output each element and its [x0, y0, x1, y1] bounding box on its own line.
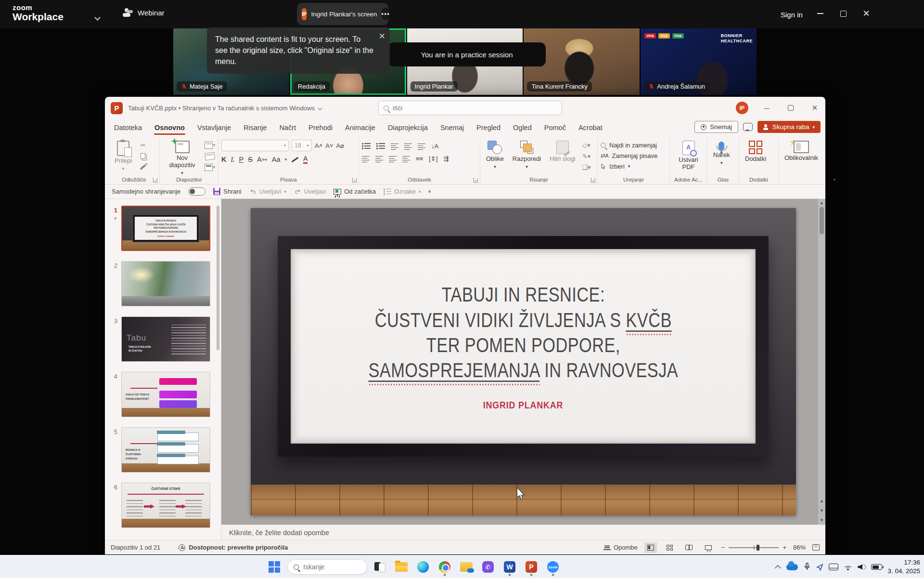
shrink-font-button[interactable]: A˅: [325, 142, 333, 149]
customize-qat-icon[interactable]: ▾̄: [428, 189, 431, 194]
chrome-button[interactable]: [436, 556, 454, 578]
ppt-restore-button[interactable]: [785, 104, 796, 112]
zoom-app-button[interactable]: zoom: [544, 556, 562, 578]
bullets-button[interactable]: [362, 143, 371, 149]
grow-font-button[interactable]: A˄: [315, 142, 322, 149]
font-color-button[interactable]: A: [303, 155, 308, 164]
zoom-close-button[interactable]: ✕: [860, 7, 873, 20]
redo-button[interactable]: Uveljavi: [294, 188, 326, 195]
tab-datoteka[interactable]: Datoteka: [108, 120, 148, 135]
taskbar-search-input[interactable]: [303, 563, 361, 571]
reading-view-button[interactable]: [683, 542, 695, 553]
task-view-button[interactable]: [371, 556, 389, 578]
touchpad-tray-icon[interactable]: [829, 564, 838, 570]
change-case-button[interactable]: Aa: [272, 156, 281, 163]
scroll-up-icon[interactable]: ▲: [820, 200, 824, 205]
columns-button[interactable]: ≡≡: [416, 155, 423, 162]
thumbnail-slide-3[interactable]: 3 Tabu TABUJI O BOLEZNI IN ČUSTVIH: [110, 316, 210, 362]
zoom-slider[interactable]: [729, 547, 779, 548]
clipboard-dialog-launcher-icon[interactable]: [153, 178, 158, 183]
slide-layout-button[interactable]: ▾: [205, 141, 215, 149]
thumbnail-slide-4[interactable]: 4 ZAKAJ SO TABUJI PROBLEMATIČNI?: [110, 372, 210, 417]
word-button[interactable]: W: [500, 556, 519, 578]
search-input[interactable]: [393, 105, 557, 112]
previous-slide-button[interactable]: ▲: [820, 499, 824, 503]
underline-button[interactable]: P: [239, 156, 244, 163]
addins-button[interactable]: Dodatki: [742, 140, 769, 164]
record-button[interactable]: Snemaj: [694, 121, 738, 133]
undo-button[interactable]: Uveljavi▾: [249, 188, 286, 195]
shapes-button[interactable]: Oblike▾: [483, 140, 507, 170]
normal-view-button[interactable]: [644, 542, 657, 553]
paragraph-dialog-launcher-icon[interactable]: [474, 178, 478, 183]
marks-button[interactable]: Oznake▾: [384, 188, 421, 195]
clear-formatting-button[interactable]: A⌀: [336, 142, 345, 149]
zoom-maximize-button[interactable]: [836, 7, 850, 20]
edge-button[interactable]: [414, 556, 432, 578]
tab-risanje[interactable]: Risanje: [237, 120, 273, 135]
collapse-ribbon-icon[interactable]: ▾: [834, 177, 836, 182]
slide-scrollbar[interactable]: ▲ ▲ ▼ ▼: [818, 199, 825, 525]
volume-icon[interactable]: [858, 564, 866, 570]
ribbon-search-box[interactable]: [378, 101, 562, 115]
next-slide-button[interactable]: ▼: [820, 508, 824, 513]
zoom-percentage[interactable]: 86%: [793, 544, 806, 551]
tab-snemaj[interactable]: Snemaj: [434, 120, 470, 135]
cut-button[interactable]: ✂: [138, 141, 148, 149]
tab-pomoc[interactable]: Pomoč: [538, 120, 572, 135]
webinar-tab[interactable]: Webinar: [123, 8, 165, 17]
tab-pregled[interactable]: Pregled: [470, 120, 507, 135]
shared-screen-tab[interactable]: IP Ingrid Plankar's screen •••: [297, 3, 388, 25]
wifi-icon[interactable]: [844, 564, 852, 570]
notes-toggle-button[interactable]: Opombe: [603, 544, 638, 551]
from-start-button[interactable]: Od začetka: [334, 188, 376, 195]
shape-fill-button[interactable]: ◇▾: [581, 141, 592, 149]
taskbar-clock[interactable]: 17:36 3. 04. 2025: [887, 558, 920, 575]
align-center-button[interactable]: [375, 156, 383, 162]
align-left-button[interactable]: [362, 156, 370, 162]
accessibility-check-button[interactable]: Dostopnost: preverite priporočila: [179, 544, 288, 551]
increase-indent-button[interactable]: [404, 143, 412, 149]
thumbnail-slide-5[interactable]: 5 RESNICA O ČUSTVENIH STISKAH: [110, 427, 210, 473]
zoom-in-icon[interactable]: +: [783, 544, 786, 551]
font-name-select[interactable]: ▾: [221, 140, 289, 151]
new-slide-button[interactable]: Nov diapozitiv▾: [163, 140, 202, 176]
tab-ogled[interactable]: Ogled: [507, 120, 538, 135]
microphone-tray-icon[interactable]: [803, 563, 811, 571]
align-text-button[interactable]: [⇕]: [429, 155, 437, 162]
sign-in-button[interactable]: Sign in: [774, 8, 809, 22]
section-button[interactable]: ▾: [205, 163, 215, 171]
share-button[interactable]: Skupna raba ▾: [757, 121, 821, 133]
slide-canvas[interactable]: TABUJI IN RESNICE: ČUSTVENI VIDIKI ŽIVLJ…: [251, 208, 796, 515]
tab-nacrt[interactable]: Načrt: [273, 120, 302, 135]
bold-button[interactable]: K: [221, 156, 226, 163]
tab-osnovno[interactable]: Osnovno: [148, 120, 191, 135]
slide-sorter-view-button[interactable]: [664, 542, 676, 553]
battery-icon[interactable]: [871, 564, 882, 570]
paste-button[interactable]: Prilepi▾: [112, 140, 135, 172]
tab-acrobat[interactable]: Acrobat: [572, 120, 609, 135]
location-tray-icon[interactable]: [816, 564, 823, 571]
account-avatar[interactable]: IP: [736, 102, 748, 114]
save-button[interactable]: Shrani: [213, 188, 242, 195]
notification-close-icon[interactable]: ✕: [379, 31, 385, 43]
ppt-minimize-button[interactable]: [761, 104, 772, 112]
create-pdf-button[interactable]: A Ustvari PDF: [673, 140, 704, 172]
video-tile-andreja-salamun[interactable]: viva viva viva BONNIER HEALTHCARE Andrej…: [641, 28, 757, 95]
align-right-button[interactable]: [389, 156, 397, 162]
drawing-dialog-launcher-icon[interactable]: [591, 178, 596, 183]
tab-animacije[interactable]: Animacije: [339, 120, 382, 135]
comments-icon[interactable]: [743, 123, 753, 131]
onedrive-tray-icon[interactable]: [786, 564, 798, 570]
dictate-button[interactable]: Narek▾: [710, 140, 733, 166]
slide-title-placeholder[interactable]: TABUJI IN RESNICE: ČUSTVENI VIDIKI ŽIVLJ…: [295, 253, 751, 439]
shape-outline-button[interactable]: ✎▾: [581, 152, 592, 160]
arrange-button[interactable]: Razporedi▾: [510, 140, 544, 170]
italic-button[interactable]: L: [231, 156, 234, 164]
slideshow-button[interactable]: [702, 542, 715, 553]
select-button[interactable]: Izberi▾: [601, 161, 667, 171]
tab-diaprojekcija[interactable]: Diaprojekcija: [382, 120, 434, 135]
thumbnail-scrollbar[interactable]: [216, 204, 220, 535]
ppt-close-button[interactable]: ✕: [809, 104, 821, 112]
find-replace-button[interactable]: Najdi in zamenjaj: [601, 140, 667, 150]
